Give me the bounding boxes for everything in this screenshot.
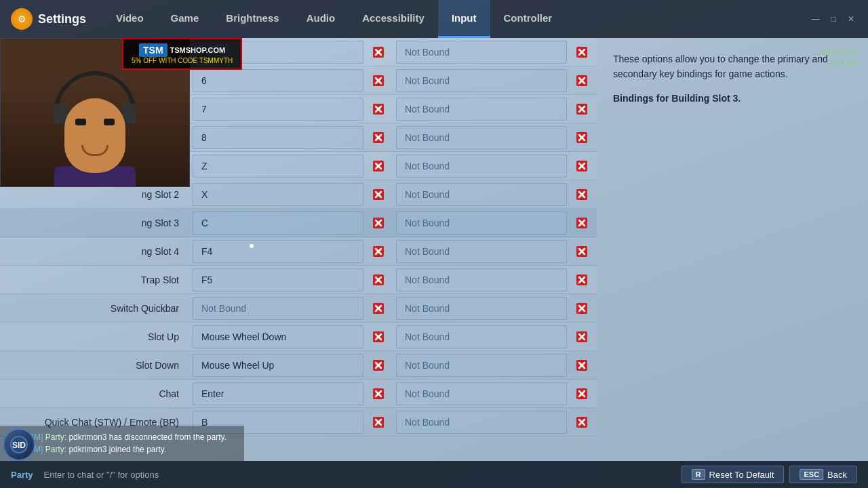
tsm-logo: TSM <box>139 43 167 57</box>
smile <box>81 145 108 156</box>
bottom-buttons: R Reset To Default ESC Back <box>682 466 857 483</box>
tab-video[interactable]: Video <box>102 0 157 38</box>
back-button[interactable]: ESC Back <box>789 466 857 483</box>
kb-secondary-delete[interactable] <box>570 98 594 121</box>
tab-input[interactable]: Input <box>438 0 490 38</box>
kb-primary-delete[interactable] <box>366 98 391 121</box>
kb-secondary-binding[interactable]: Not Bound <box>396 325 567 348</box>
kb-primary-delete[interactable] <box>366 325 391 348</box>
kb-secondary-binding[interactable]: Not Bound <box>396 98 567 121</box>
kb-secondary-binding[interactable]: Not Bound <box>396 354 567 377</box>
kb-secondary-binding[interactable]: Not Bound <box>396 297 567 320</box>
chat-hint: Enter to chat or "/" for options <box>44 470 159 480</box>
kb-secondary-binding[interactable]: Not Bound <box>396 240 567 263</box>
kb-secondary-binding[interactable]: Not Bound <box>396 411 567 434</box>
tab-brightness[interactable]: Brightness <box>212 0 292 38</box>
kb-primary-delete[interactable] <box>366 155 391 178</box>
kb-primary-delete[interactable] <box>366 411 391 434</box>
kb-primary-binding[interactable]: Z <box>193 155 363 178</box>
reset-default-button[interactable]: R Reset To Default <box>682 466 785 483</box>
kb-secondary-binding[interactable]: Not Bound <box>396 211 567 235</box>
kb-primary-delete[interactable] <box>366 382 391 405</box>
kb-secondary-delete[interactable] <box>570 354 594 377</box>
back-label: Back <box>827 470 847 480</box>
settings-icon: ⚙ <box>11 8 33 30</box>
back-key: ESC <box>800 469 823 480</box>
fps-ms: 4.16 ms <box>818 58 857 68</box>
kb-secondary-binding[interactable]: Not Bound <box>396 126 567 149</box>
kb-primary-binding[interactable]: Mouse Wheel Down <box>193 325 363 348</box>
eye-left <box>75 119 86 125</box>
info-panel: These options allow you to change the pr… <box>597 38 868 461</box>
kb-secondary-delete[interactable] <box>570 126 594 149</box>
kb-primary-delete[interactable] <box>366 183 391 206</box>
kb-primary-binding[interactable]: Mouse Wheel Up <box>193 354 363 377</box>
app-logo: ⚙ Settings <box>11 8 86 30</box>
table-row: Switch Quickbar Not Bound Not Bound <box>0 294 597 323</box>
kb-primary-binding[interactable]: X <box>193 183 363 206</box>
kb-action-label: Trap Slot <box>0 274 190 285</box>
kb-primary-binding[interactable]: 6 <box>193 69 363 92</box>
kb-secondary-binding[interactable]: Not Bound <box>396 41 567 64</box>
party-label: Party <box>11 470 33 480</box>
chat-msg-2: pdkrimon3 joined the party. <box>68 445 166 454</box>
kb-primary-binding[interactable]: F5 <box>193 268 363 291</box>
table-row: Trap Slot F5 Not Bound <box>0 266 597 294</box>
kb-primary-binding[interactable]: F4 <box>193 240 363 263</box>
tab-game[interactable]: Game <box>157 0 213 38</box>
tab-accessibility[interactable]: Accessibility <box>349 0 438 38</box>
kb-primary-delete[interactable] <box>366 268 391 291</box>
kb-primary-delete[interactable] <box>366 211 391 235</box>
top-nav: ⚙ Settings Video Game Brightness Audio A… <box>0 0 868 38</box>
kb-primary-delete[interactable] <box>366 354 391 377</box>
app-title: Settings <box>38 12 86 26</box>
kb-secondary-binding[interactable]: Not Bound <box>396 382 567 405</box>
kb-primary-binding[interactable]: C <box>193 211 363 235</box>
table-row: Slot Down Mouse Wheel Up Not Bound <box>0 351 597 380</box>
kb-secondary-delete[interactable] <box>570 183 594 206</box>
maximize-button[interactable]: □ <box>827 13 840 25</box>
kb-secondary-delete[interactable] <box>570 382 594 405</box>
kb-primary-delete[interactable] <box>366 69 391 92</box>
kb-primary-delete[interactable] <box>366 297 391 320</box>
kb-action-label: Slot Down <box>0 360 190 371</box>
chat-prefix-1: Party: <box>45 432 69 442</box>
tab-audio[interactable]: Audio <box>293 0 349 38</box>
fps-value: 240.19 FPS <box>818 47 857 58</box>
kb-secondary-delete[interactable] <box>570 155 594 178</box>
kb-primary-binding[interactable]: Not Bound <box>193 297 363 320</box>
kb-action-label: Slot Up <box>0 331 190 342</box>
kb-secondary-delete[interactable] <box>570 325 594 348</box>
kb-primary-delete[interactable] <box>366 126 391 149</box>
kb-action-label: ng Slot 3 <box>0 218 190 228</box>
face-figure <box>47 58 142 186</box>
tsm-ad: TSM TSMSHOP.COM 5% OFF WITH CODE TSMMYTH <box>122 38 242 70</box>
minimize-button[interactable]: — <box>810 13 822 25</box>
tab-controller[interactable]: Controller <box>490 0 566 38</box>
kb-secondary-binding[interactable]: Not Bound <box>396 268 567 291</box>
kb-secondary-delete[interactable] <box>570 268 594 291</box>
kb-secondary-delete[interactable] <box>570 411 594 434</box>
close-button[interactable]: ✕ <box>845 13 857 25</box>
kb-primary-binding[interactable]: Enter <box>193 382 363 405</box>
kb-secondary-delete[interactable] <box>570 69 594 92</box>
kb-secondary-delete[interactable] <box>570 297 594 320</box>
kb-secondary-binding[interactable]: Not Bound <box>396 69 567 92</box>
table-row: ng Slot 3 C Not Bound <box>0 209 597 237</box>
kb-secondary-delete[interactable] <box>570 41 594 64</box>
chat-overlay: [4:24 PM] Party: pdkrimon3 has disconnec… <box>0 426 244 461</box>
fps-counter: 240.19 FPS 4.16 ms <box>818 47 857 68</box>
kb-primary-delete[interactable] <box>366 41 391 64</box>
kb-primary-binding[interactable]: 8 <box>193 126 363 149</box>
chat-line-1: [4:24 PM] Party: pdkrimon3 has disconnec… <box>8 431 236 443</box>
kb-primary-binding[interactable]: 7 <box>193 98 363 121</box>
kb-secondary-binding[interactable]: Not Bound <box>396 183 567 206</box>
kb-secondary-delete[interactable] <box>570 240 594 263</box>
kb-secondary-binding[interactable]: Not Bound <box>396 155 567 178</box>
streamer-badge: SID <box>3 428 35 461</box>
kb-secondary-delete[interactable] <box>570 211 594 235</box>
window-controls: — □ ✕ <box>810 13 857 25</box>
face-skin <box>64 98 125 173</box>
kb-primary-delete[interactable] <box>366 240 391 263</box>
tsm-discount: 5% OFF WITH CODE TSMMYTH <box>132 57 233 64</box>
